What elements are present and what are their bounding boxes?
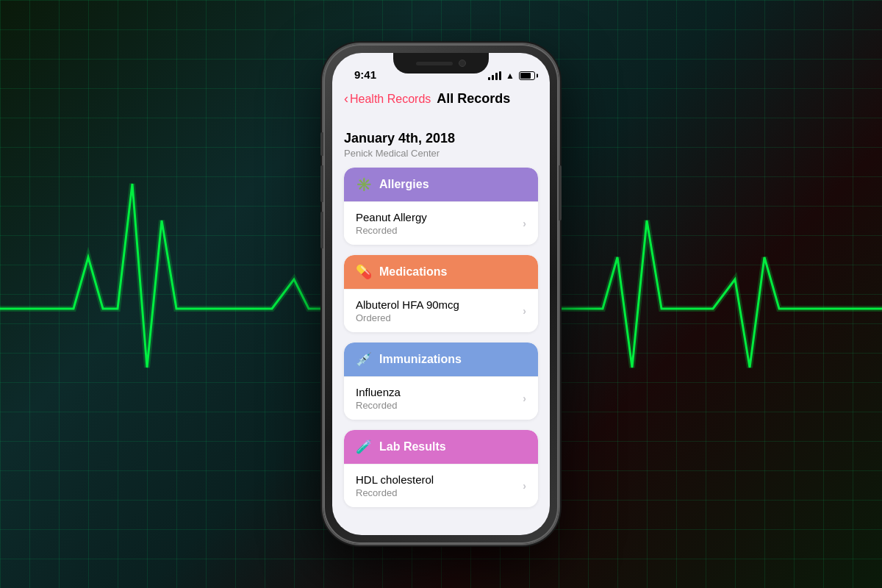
status-icons: ▲ — [488, 71, 535, 81]
volume-up-button — [320, 165, 323, 202]
immunization-item-influenza[interactable]: Influenza Recorded › — [344, 376, 538, 420]
lab-item-status: Recorded — [356, 487, 434, 498]
allergy-item-info: Peanut Allergy Recorded — [356, 211, 427, 236]
allergy-item-peanut[interactable]: Peanut Allergy Recorded › — [344, 201, 538, 245]
mute-button — [320, 132, 323, 156]
medications-header: 💊 Medications — [344, 255, 538, 289]
allergies-card: ✳️ Allergies Peanut Allergy Recorded › — [344, 168, 538, 245]
lab-results-card: 🧪 Lab Results HDL cholesterol Recorded › — [344, 430, 538, 507]
phone-device: 9:41 ▲ ‹ Hea — [323, 44, 559, 544]
speaker — [416, 62, 453, 65]
phone-screen: 9:41 ▲ ‹ Hea — [332, 53, 550, 535]
page-title: All Records — [437, 91, 510, 107]
power-button — [559, 165, 562, 220]
record-date: January 4th, 2018 — [344, 131, 538, 146]
lab-results-header: 🧪 Lab Results — [344, 430, 538, 464]
allergy-item-name: Peanut Allergy — [356, 211, 427, 223]
immunizations-icon: 💉 — [356, 351, 372, 368]
medications-icon: 💊 — [356, 264, 372, 280]
date-section: January 4th, 2018 Penick Medical Center — [344, 121, 538, 168]
allergy-item-status: Recorded — [356, 225, 427, 236]
signal-bars — [488, 71, 501, 80]
medication-item-albuterol[interactable]: Albuterol HFA 90mcg Ordered › — [344, 289, 538, 332]
immunization-item-name: Influenza — [356, 386, 401, 398]
medications-card: 💊 Medications Albuterol HFA 90mcg Ordere… — [344, 255, 538, 332]
chevron-icon: › — [523, 305, 526, 317]
medications-title: Medications — [379, 265, 447, 279]
back-arrow-icon: ‹ — [344, 91, 348, 107]
battery-icon — [519, 71, 535, 80]
immunization-item-info: Influenza Recorded — [356, 386, 401, 411]
immunization-item-status: Recorded — [356, 400, 401, 411]
allergies-header: ✳️ Allergies — [344, 168, 538, 201]
camera — [459, 60, 466, 67]
back-label: Health Records — [350, 93, 431, 106]
lab-item-hdl[interactable]: HDL cholesterol Recorded › — [344, 464, 538, 507]
lab-results-title: Lab Results — [379, 440, 446, 453]
lab-item-info: HDL cholesterol Recorded — [356, 473, 434, 498]
scroll-content[interactable]: January 4th, 2018 Penick Medical Center … — [332, 121, 550, 535]
chevron-icon: › — [523, 480, 526, 492]
lab-item-name: HDL cholesterol — [356, 473, 434, 486]
immunizations-title: Immunizations — [379, 353, 462, 366]
medication-item-status: Ordered — [356, 312, 459, 323]
volume-down-button — [320, 212, 323, 248]
facility-name: Penick Medical Center — [344, 148, 538, 159]
nav-bar: ‹ Health Records All Records — [332, 85, 550, 114]
back-button[interactable]: ‹ Health Records All Records — [344, 91, 538, 107]
chevron-icon: › — [523, 392, 526, 404]
medication-item-name: Albuterol HFA 90mcg — [356, 298, 459, 311]
allergies-icon: ✳️ — [356, 176, 372, 193]
immunizations-header: 💉 Immunizations — [344, 343, 538, 376]
allergies-title: Allergies — [379, 178, 429, 191]
lab-results-icon: 🧪 — [356, 439, 372, 455]
notch — [393, 53, 489, 74]
chevron-icon: › — [523, 218, 526, 229]
wifi-icon: ▲ — [506, 71, 514, 81]
phone-frame: 9:41 ▲ ‹ Hea — [323, 44, 559, 544]
medication-item-info: Albuterol HFA 90mcg Ordered — [356, 298, 459, 323]
immunizations-card: 💉 Immunizations Influenza Recorded › — [344, 343, 538, 420]
